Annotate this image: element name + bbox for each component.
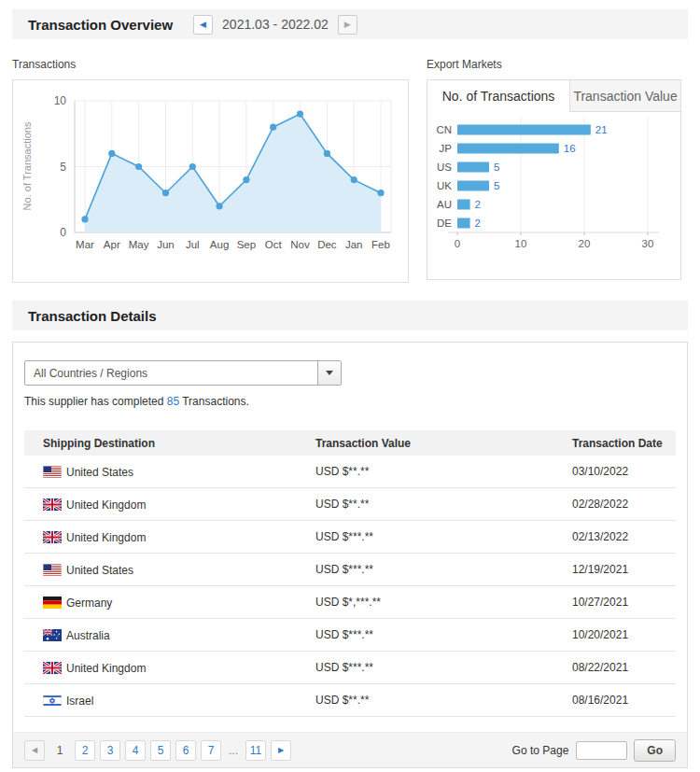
flag-au-icon (43, 629, 62, 641)
svg-text:Nov: Nov (290, 239, 310, 250)
svg-text:30: 30 (642, 238, 654, 249)
table-header-row: Shipping DestinationTransaction ValueTra… (24, 430, 676, 456)
page-title: Transaction Overview (28, 17, 173, 33)
svg-text:0: 0 (455, 238, 460, 249)
transaction-value-cell: USD $***.** (315, 554, 572, 586)
country-name: United Kingdom (66, 661, 146, 674)
flag-uk-icon (43, 662, 62, 674)
transaction-overview-header: Transaction Overview ◀ 2021.03 - 2022.02… (12, 9, 688, 39)
page-button-11[interactable]: 11 (245, 740, 266, 761)
svg-text:10: 10 (515, 238, 527, 249)
shipping-destination-cell: United States (24, 554, 315, 586)
table-row: United StatesUSD $***.**12/19/2021 (24, 554, 676, 586)
next-page-button[interactable]: ▶ (271, 740, 291, 761)
transaction-date-cell: 02/13/2022 (572, 521, 676, 554)
svg-text:5: 5 (60, 161, 66, 174)
page-button-5[interactable]: 5 (150, 740, 171, 761)
svg-text:JP: JP (440, 143, 453, 154)
country-name: United States (66, 563, 133, 576)
table-row: United StatesUSD $**.**03/10/2022 (24, 456, 676, 488)
summary-prefix: This supplier has completed (24, 395, 167, 408)
svg-text:May: May (129, 239, 149, 250)
svg-text:Jul: Jul (186, 239, 200, 250)
goto-page: Go to Page Go (512, 739, 676, 762)
flag-us-icon (43, 466, 62, 478)
page-button-2[interactable]: 2 (75, 740, 95, 761)
transaction-date-cell: 02/28/2022 (572, 488, 676, 521)
svg-text:21: 21 (595, 124, 608, 135)
table-row: United KingdomUSD $**.**02/28/2022 (24, 488, 676, 521)
prev-period-button[interactable]: ◀ (193, 15, 213, 35)
svg-text:UK: UK (437, 180, 452, 191)
tab-no-of-transactions[interactable]: No. of Transactions (427, 79, 570, 112)
svg-text:Mar: Mar (76, 239, 94, 250)
country-name: United Kingdom (66, 530, 146, 543)
flag-il-icon (43, 695, 62, 707)
country-name: United Kingdom (66, 498, 146, 511)
svg-text:US: US (437, 161, 452, 173)
flag-de-icon (43, 597, 62, 609)
transaction-details-header: Transaction Details (12, 301, 688, 330)
transactions-summary: This supplier has completed 85 Transacti… (24, 395, 676, 408)
shipping-destination-cell: Germany (24, 586, 315, 619)
svg-text:16: 16 (564, 143, 576, 154)
flag-us-icon (43, 564, 62, 576)
table-row: United KingdomUSD $***.**08/22/2021 (24, 652, 676, 684)
tab-transaction-value[interactable]: Transaction Value (570, 79, 681, 112)
transaction-date-cell: 03/10/2022 (572, 456, 676, 488)
transaction-count: 85 (167, 395, 179, 408)
transaction-date-cell: 08/22/2021 (572, 652, 676, 684)
shipping-destination-cell: United Kingdom (24, 488, 315, 521)
transaction-value-cell: USD $**.** (315, 488, 572, 521)
country-name: Germany (66, 596, 112, 609)
summary-suffix: Transactions. (179, 395, 249, 408)
pager: ◀1234567...11▶ (24, 740, 296, 761)
next-period-button[interactable]: ▶ (338, 15, 357, 35)
page-button-3[interactable]: 3 (100, 740, 120, 761)
svg-text:CN: CN (436, 124, 452, 135)
column-header-transaction-value: Transaction Value (315, 430, 572, 456)
country-name: United States (66, 465, 133, 478)
page-ellipsis: ... (229, 744, 238, 757)
page-button-7[interactable]: 7 (201, 740, 221, 761)
column-header-transaction-date: Transaction Date (572, 430, 676, 456)
country-filter-dropdown-button[interactable] (317, 361, 341, 385)
table-row: GermanyUSD $*,***.**10/27/2021 (24, 586, 676, 619)
export-markets-tabs: No. of TransactionsTransaction Value (427, 79, 681, 112)
table-body: United StatesUSD $**.**03/10/2022United … (24, 456, 676, 717)
pagination-bar: ◀1234567...11▶ Go to Page Go (13, 732, 687, 767)
table-row: United KingdomUSD $***.**02/13/2022 (24, 521, 676, 554)
page-button-4[interactable]: 4 (125, 740, 146, 761)
flag-uk-icon (43, 531, 62, 543)
svg-text:Aug: Aug (210, 239, 229, 250)
transaction-value-cell: USD $***.** (315, 652, 572, 684)
svg-text:Oct: Oct (265, 239, 283, 250)
prev-page-button[interactable]: ◀ (24, 740, 45, 761)
goto-page-input[interactable] (576, 741, 627, 760)
date-range-label: 2021.03 - 2022.02 (222, 17, 329, 32)
transaction-date-cell: 10/20/2021 (572, 619, 676, 652)
transaction-details-panel: All Countries / Regions This supplier ha… (12, 342, 688, 768)
svg-text:Feb: Feb (371, 239, 390, 250)
svg-text:No. of Transactions: No. of Transactions (21, 121, 33, 210)
transactions-chart-label: Transactions (12, 58, 409, 72)
transaction-date-cell: 12/19/2021 (572, 554, 676, 586)
shipping-destination-cell: Israel (24, 684, 315, 717)
flag-uk-icon (43, 498, 62, 511)
page-button-6[interactable]: 6 (175, 740, 196, 761)
country-filter-select[interactable]: All Countries / Regions (24, 360, 342, 386)
svg-text:DE: DE (437, 218, 452, 229)
svg-text:2: 2 (475, 199, 481, 210)
transaction-date-cell: 10/27/2021 (572, 586, 676, 619)
transaction-value-cell: USD $***.** (315, 619, 572, 652)
transaction-value-cell: USD $***.** (315, 521, 572, 554)
table-row: IsraelUSD $**.**08/16/2021 (24, 684, 676, 717)
svg-text:10: 10 (54, 94, 67, 107)
transactions-table: Shipping DestinationTransaction ValueTra… (24, 430, 676, 717)
table-row: AustraliaUSD $***.**10/20/2021 (24, 619, 676, 652)
shipping-destination-cell: Australia (24, 619, 315, 652)
go-button[interactable]: Go (634, 739, 676, 762)
svg-text:Sep: Sep (237, 239, 256, 250)
shipping-destination-cell: United Kingdom (24, 521, 315, 554)
svg-text:5: 5 (494, 161, 499, 173)
